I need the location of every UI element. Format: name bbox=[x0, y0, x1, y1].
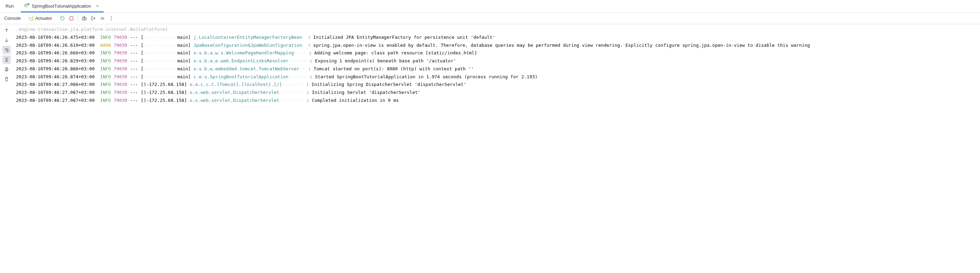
svg-point-10 bbox=[111, 19, 112, 20]
toolbar-icons bbox=[58, 14, 116, 22]
svg-point-7 bbox=[102, 19, 103, 20]
print-icon[interactable] bbox=[2, 65, 11, 73]
run-tool-label: Run bbox=[0, 0, 19, 12]
log-line: 2023-08-16T09:46:27.087+03:00 INFO 79039… bbox=[16, 97, 977, 105]
more-icon[interactable] bbox=[107, 14, 116, 22]
exit-icon[interactable] bbox=[89, 14, 97, 22]
svg-rect-5 bbox=[82, 17, 86, 20]
scroll-down-icon[interactable] bbox=[2, 36, 11, 44]
log-line: 2023-08-16T09:46:26.666+03:00 INFO 79039… bbox=[16, 49, 977, 57]
screenshot-icon[interactable] bbox=[80, 14, 88, 22]
svg-point-6 bbox=[84, 18, 85, 19]
actuator-icon bbox=[29, 16, 34, 21]
run-tab-label: SpringBootTutorialApplication bbox=[32, 3, 91, 9]
svg-point-8 bbox=[111, 16, 112, 17]
log-line: .engine.transaction.jta.platform.interna… bbox=[16, 25, 977, 33]
log-line: 2023-08-16T09:46:26.475+03:00 INFO 79039… bbox=[16, 33, 977, 41]
log-line: 2023-08-16T09:46:27.087+03:00 INFO 79039… bbox=[16, 89, 977, 97]
soft-wrap-icon[interactable] bbox=[2, 46, 11, 54]
actuator-tab[interactable]: Actuator bbox=[25, 14, 55, 22]
rerun-icon[interactable] bbox=[58, 14, 67, 22]
log-line: 2023-08-16T09:46:26.829+03:00 INFO 79039… bbox=[16, 57, 977, 65]
toolbar-separator bbox=[78, 15, 78, 21]
log-line: 2023-08-16T09:46:26.866+03:00 INFO 79039… bbox=[16, 65, 977, 73]
svg-point-3 bbox=[31, 18, 32, 19]
svg-rect-4 bbox=[70, 17, 73, 20]
toolbar: Console Actuator bbox=[0, 13, 980, 24]
spring-run-icon bbox=[24, 3, 30, 10]
scroll-to-end-icon[interactable] bbox=[2, 56, 11, 64]
console-tab[interactable]: Console bbox=[4, 16, 25, 21]
log-line: 2023-08-16T09:46:26.610+03:00 WARN 79039… bbox=[16, 41, 977, 49]
trash-icon[interactable] bbox=[2, 75, 11, 83]
log-line: 2023-08-16T09:46:26.874+03:00 INFO 79039… bbox=[16, 73, 977, 81]
run-tab[interactable]: SpringBootTutorialApplication × bbox=[21, 0, 104, 13]
close-tab-icon[interactable]: × bbox=[95, 3, 100, 9]
scroll-up-icon[interactable] bbox=[2, 26, 11, 35]
svg-point-9 bbox=[111, 17, 112, 18]
gauge-icon[interactable] bbox=[98, 14, 107, 22]
gutter bbox=[0, 24, 13, 106]
console-output[interactable]: .engine.transaction.jta.platform.interna… bbox=[13, 24, 980, 106]
log-line: 2023-08-16T09:46:27.086+03:00 INFO 79039… bbox=[16, 81, 977, 89]
svg-point-1 bbox=[27, 3, 29, 5]
header: Run SpringBootTutorialApplication × bbox=[0, 0, 980, 13]
actuator-label: Actuator bbox=[35, 16, 52, 21]
stop-icon[interactable] bbox=[67, 14, 76, 22]
